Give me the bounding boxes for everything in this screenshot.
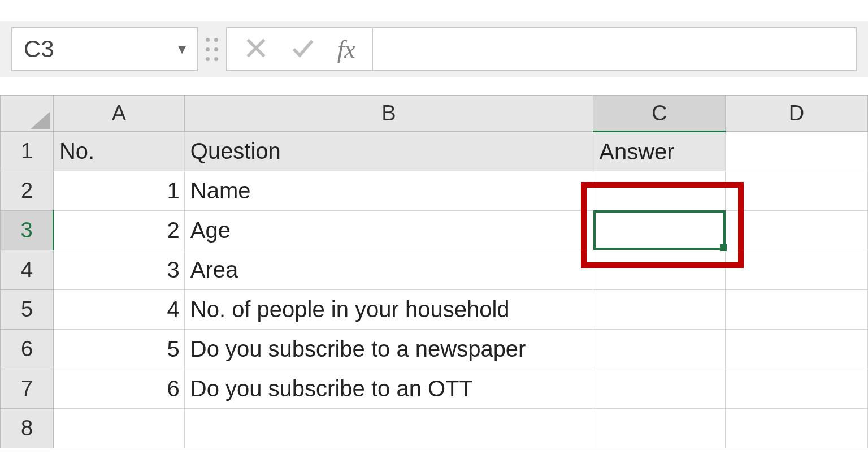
column-header-B[interactable]: B (184, 96, 593, 132)
name-box-value: C3 (24, 36, 54, 63)
cell-D1[interactable] (726, 132, 868, 171)
cell-B6[interactable]: Do you subscribe to a newspaper (184, 330, 593, 369)
cell-A3[interactable]: 2 (53, 211, 184, 250)
row-header-5[interactable]: 5 (1, 290, 54, 330)
formula-bar-area: C3 ▼ fx (0, 21, 868, 77)
cell-C5[interactable] (593, 290, 726, 330)
cell-D7[interactable] (726, 369, 868, 409)
cancel-icon[interactable] (244, 36, 268, 63)
cell-C1[interactable]: Answer (593, 132, 726, 171)
column-header-C[interactable]: C (593, 96, 726, 132)
column-header-D[interactable]: D (726, 96, 868, 132)
cell-D8[interactable] (726, 409, 868, 448)
cell-C2[interactable] (593, 171, 726, 211)
cell-D3[interactable] (726, 211, 868, 250)
select-all-corner[interactable] (1, 96, 54, 132)
enter-icon[interactable] (290, 36, 315, 63)
cell-D2[interactable] (726, 171, 868, 211)
cell-B7[interactable]: Do you subscribe to an OTT (184, 369, 593, 409)
row-header-1[interactable]: 1 (1, 132, 54, 171)
cell-C7[interactable] (593, 369, 726, 409)
cell-B8[interactable] (184, 409, 593, 448)
cell-A5[interactable]: 4 (53, 290, 184, 330)
cell-C8[interactable] (593, 409, 726, 448)
row-header-3[interactable]: 3 (1, 211, 54, 250)
grip-icon (198, 38, 226, 61)
column-header-A[interactable]: A (53, 96, 184, 132)
cell-D5[interactable] (726, 290, 868, 330)
cell-B1[interactable]: Question (184, 132, 593, 171)
cell-A8[interactable] (53, 409, 184, 448)
row-header-2[interactable]: 2 (1, 171, 54, 211)
cell-B5[interactable]: No. of people in your household (184, 290, 593, 330)
row-header-4[interactable]: 4 (1, 250, 54, 290)
cell-A2[interactable]: 1 (53, 171, 184, 211)
cell-C3[interactable] (593, 211, 726, 250)
grid-table: A B C D 1 No. Question Answer 2 1 Name 3… (0, 95, 868, 448)
cell-C4[interactable] (593, 250, 726, 290)
svg-marker-0 (31, 112, 50, 129)
spreadsheet-grid: A B C D 1 No. Question Answer 2 1 Name 3… (0, 95, 868, 454)
cell-B3[interactable]: Age (184, 211, 593, 250)
chevron-down-icon[interactable]: ▼ (175, 41, 189, 57)
cell-B2[interactable]: Name (184, 171, 593, 211)
cell-B4[interactable]: Area (184, 250, 593, 290)
row-header-8[interactable]: 8 (1, 409, 54, 448)
cell-A6[interactable]: 5 (53, 330, 184, 369)
formula-controls: fx (226, 27, 373, 71)
row-header-6[interactable]: 6 (1, 330, 54, 369)
cell-C6[interactable] (593, 330, 726, 369)
cell-D4[interactable] (726, 250, 868, 290)
formula-input[interactable] (373, 27, 857, 71)
cell-A4[interactable]: 3 (53, 250, 184, 290)
fx-icon[interactable]: fx (337, 35, 355, 64)
cell-D6[interactable] (726, 330, 868, 369)
cell-A1[interactable]: No. (53, 132, 184, 171)
row-header-7[interactable]: 7 (1, 369, 54, 409)
cell-A7[interactable]: 6 (53, 369, 184, 409)
name-box[interactable]: C3 ▼ (11, 27, 198, 71)
